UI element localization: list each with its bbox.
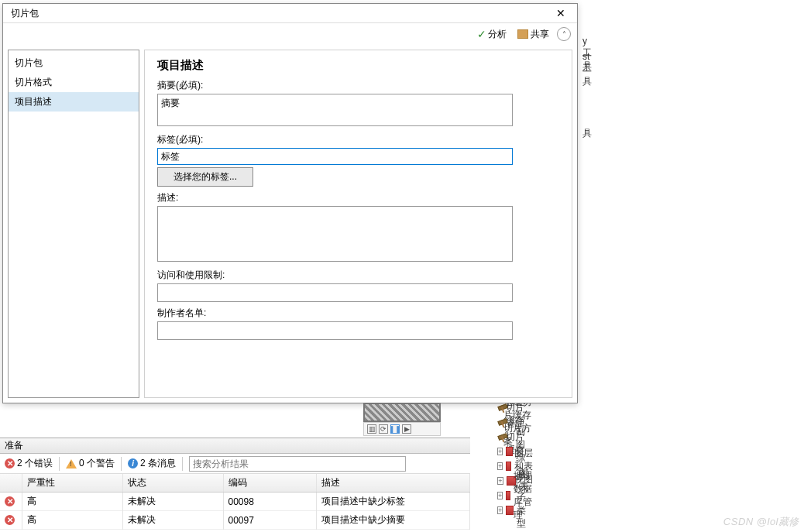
info-icon: i [128,458,138,469]
summary-label: 摘要(必填): [157,79,559,92]
col-status[interactable]: 状态 [122,474,223,493]
dialog-sidebar: 切片包 切片格式 项目描述 [8,50,139,398]
form-heading: 项目描述 [157,58,559,73]
toolbox-icon [506,447,512,456]
hammer-icon [497,417,500,427]
col-severity[interactable]: 严重性 [22,474,122,493]
view-toggle-icon[interactable]: ▥ [367,424,376,434]
col-desc[interactable]: 描述 [316,474,470,493]
access-label: 访问和使用限制: [157,269,559,282]
search-input[interactable] [189,456,406,472]
tags-input[interactable] [157,148,513,165]
analyze-button[interactable]: ✓分析 [474,26,510,43]
sidebar-item-description[interactable]: 项目描述 [9,92,139,112]
access-input[interactable] [157,283,513,302]
expand-icon[interactable]: + [497,477,503,485]
col-code[interactable]: 编码 [223,474,316,493]
filter-warnings[interactable]: 0 个警告 [66,457,115,470]
tree-group-item[interactable]: +子类型 [496,503,534,517]
table-row[interactable]: ✕ 高 未解决 00098 项目描述中缺少标签 [0,493,470,511]
error-icon: ✕ [5,515,15,525]
toolbox-icon [506,506,514,515]
filter-bar: ✕2 个错误 0 个警告 i2 条消息 [0,454,470,474]
filter-errors[interactable]: ✕2 个错误 [5,457,53,470]
author-label: 制作者名单: [157,307,559,320]
hammer-icon [497,402,503,413]
dialog-toolbar: ✓分析 共享 ˄ [3,23,577,45]
description-label: 描述: [157,191,559,204]
expand-icon[interactable]: + [497,462,503,470]
tree-item[interactable]: st 工具 [581,63,593,77]
watermark: CSDN @lol藏修 [723,515,799,529]
map-thumbnail [363,403,441,422]
refresh-icon[interactable]: ⟳ [379,424,388,434]
close-button[interactable]: ✕ [549,5,572,22]
toolbox-icon [506,491,510,500]
play-icon[interactable]: ▶ [402,424,411,434]
tree-item[interactable]: 具 [581,126,593,140]
expand-icon[interactable]: + [497,448,503,455]
pause-icon[interactable]: ❚❚ [390,424,400,434]
separator [121,457,122,471]
author-input[interactable] [157,321,513,340]
table-row[interactable]: ✕ 高 未解决 00097 项目描述中缺少摘要 [0,511,470,530]
check-icon: ✓ [477,28,486,40]
sidebar-item-package[interactable]: 切片包 [9,53,139,73]
choose-tags-button[interactable]: 选择您的标签... [157,167,253,187]
tags-label: 标签(必填): [157,133,559,146]
error-icon: ✕ [5,458,15,469]
separator [182,457,183,471]
hammer-icon [497,431,503,442]
description-input[interactable] [157,206,513,262]
warning-icon [66,459,77,469]
sidebar-item-format[interactable]: 切片格式 [9,73,139,92]
summary-input[interactable] [157,94,513,126]
separator [59,457,60,471]
share-button[interactable]: 共享 [514,26,552,43]
thumbnail-controls: ▥ ⟳ ❚❚ ▶ [363,422,441,436]
share-icon [517,29,528,39]
panel-header: 准备 [0,438,470,454]
toolbox-icon [506,462,511,471]
expand-icon[interactable]: + [497,492,503,499]
filter-messages[interactable]: i2 条消息 [128,457,176,470]
col-icon[interactable] [0,474,22,493]
expand-icon[interactable]: + [497,506,503,514]
form-area: 项目描述 摘要(必填): 标签(必填): 选择您的标签... 描述: 访问和使用… [144,50,572,398]
error-icon: ✕ [5,496,15,506]
dialog-title: 切片包 [11,7,549,20]
collapse-toggle[interactable]: ˄ [557,27,571,41]
tile-package-dialog: 切片包 ✕ ✓分析 共享 ˄ 切片包 切片格式 项目描述 项目描述 摘要(必填)… [2,3,578,403]
analysis-panel: 准备 ✕2 个错误 0 个警告 i2 条消息 严重性 状态 编码 描述 ✕ 高 … [0,438,470,530]
titlebar: 切片包 ✕ [3,4,577,23]
results-table: 严重性 状态 编码 描述 ✕ 高 未解决 00098 项目描述中缺少标签 ✕ 高… [0,474,470,530]
